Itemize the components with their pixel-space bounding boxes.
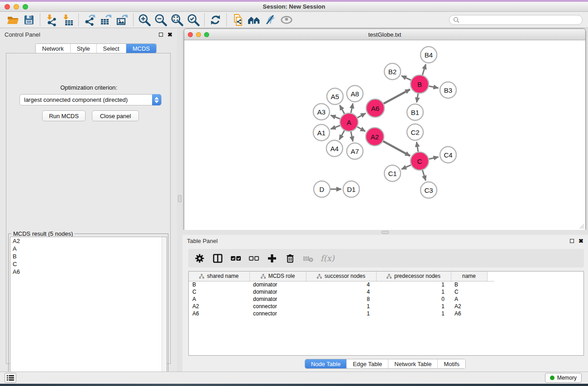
zoom-out-icon[interactable] — [153, 13, 169, 27]
result-item[interactable]: A2 — [10, 237, 167, 245]
network-window-titlebar[interactable]: testGlobe.txt — [184, 29, 585, 40]
cell-predecessor-nodes[interactable]: 0 — [376, 295, 451, 303]
cell-shared-name[interactable]: C — [189, 288, 249, 295]
cell-successor-nodes[interactable]: 4 — [306, 281, 376, 288]
cell-MCDS-role[interactable]: connector — [249, 310, 306, 317]
cell-MCDS-role[interactable]: connector — [249, 303, 306, 310]
column-header-successor-nodes[interactable]: successor nodes — [306, 272, 376, 281]
network-canvas[interactable]: B4B2BB3A8A5A6B1A3AC2A1A2A4A7C4CC1C3DD1 — [184, 40, 585, 230]
tab-motifs[interactable]: Motifs — [438, 359, 465, 368]
cell-predecessor-nodes[interactable]: 1 — [376, 281, 451, 288]
export-network-icon[interactable] — [81, 13, 98, 27]
export-image-icon[interactable] — [114, 13, 130, 27]
edge-B-B2[interactable] — [402, 76, 411, 80]
cell-name[interactable]: C — [451, 288, 487, 295]
edge-A-A5[interactable] — [340, 105, 344, 114]
result-item[interactable]: A — [10, 245, 167, 253]
cell-name[interactable]: A6 — [451, 310, 487, 317]
run-mcds-button[interactable]: Run MCDS — [42, 110, 86, 121]
table-row[interactable]: Adominator80A — [189, 295, 494, 303]
cell-successor-nodes[interactable]: 1 — [306, 310, 376, 317]
cell-shared-name[interactable]: A2 — [189, 303, 249, 310]
cell-predecessor-nodes[interactable]: 1 — [376, 288, 451, 295]
edge-A-A3[interactable] — [331, 115, 340, 119]
table-row[interactable]: Cdominator41C — [189, 288, 494, 295]
result-scrollbar[interactable] — [162, 237, 167, 386]
cell-MCDS-role[interactable]: dominator — [249, 295, 306, 303]
edge-C-C1[interactable] — [402, 165, 411, 169]
horizontal-splitter[interactable] — [182, 230, 588, 235]
edge-B-B4[interactable] — [422, 64, 425, 75]
memory-button[interactable]: Memory — [545, 373, 582, 383]
result-item[interactable]: B — [10, 253, 167, 260]
zoom-selected-icon[interactable] — [185, 13, 201, 27]
column-header-MCDS-role[interactable]: MCDS role — [249, 272, 306, 281]
delete-columns-icon[interactable] — [284, 253, 296, 264]
close-panel-icon[interactable]: ✖ — [578, 239, 583, 243]
open-file-icon[interactable] — [5, 13, 21, 27]
edge-A-A1[interactable] — [331, 125, 340, 129]
cell-MCDS-role[interactable]: dominator — [249, 281, 306, 288]
unselect-all-columns-icon[interactable] — [248, 253, 260, 264]
cell-MCDS-role[interactable]: dominator — [249, 288, 306, 295]
tab-mcds[interactable]: MCDS — [126, 44, 156, 53]
cell-shared-name[interactable]: A — [189, 295, 249, 303]
node-table[interactable]: shared nameMCDS rolesuccessor nodesprede… — [188, 271, 584, 356]
vertical-splitter[interactable] — [177, 29, 182, 372]
cell-predecessor-nodes[interactable]: 1 — [376, 303, 451, 310]
tab-network[interactable]: Network — [36, 44, 71, 53]
resize-grip-icon[interactable] — [579, 224, 584, 229]
duplicate-network-icon[interactable] — [229, 13, 246, 27]
hide-graphics-details-icon[interactable] — [262, 13, 278, 27]
import-table-icon[interactable] — [59, 13, 76, 27]
delete-table-icon[interactable] — [302, 253, 314, 264]
function-builder-icon[interactable]: f(x) — [320, 253, 335, 263]
edge-A-A6[interactable] — [358, 113, 366, 118]
edge-A-A8[interactable] — [351, 104, 353, 113]
cell-name[interactable]: A — [451, 295, 487, 303]
show-columns-icon[interactable] — [212, 253, 224, 264]
network-graph[interactable]: B4B2BB3A8A5A6B1A3AC2A1A2A4A7C4CC1C3DD1 — [184, 40, 585, 230]
search-box[interactable] — [449, 15, 583, 25]
column-header-name[interactable]: name — [451, 272, 487, 281]
first-neighbors-icon[interactable] — [246, 13, 262, 27]
save-session-icon[interactable] — [21, 13, 37, 27]
birds-eye-view-icon[interactable] — [278, 13, 295, 27]
splitter-handle[interactable] — [178, 195, 182, 202]
tab-style[interactable]: Style — [71, 44, 97, 53]
edge-A-A2[interactable] — [357, 127, 365, 131]
edge-A-A7[interactable] — [351, 132, 353, 142]
splitter-handle[interactable] — [382, 231, 389, 234]
add-column-icon[interactable] — [266, 253, 278, 264]
cell-name[interactable]: A2 — [451, 303, 487, 310]
column-header-shared-name[interactable]: shared name — [189, 272, 249, 281]
search-input[interactable] — [459, 17, 582, 23]
import-network-icon[interactable] — [43, 13, 59, 27]
edge-C-C2[interactable] — [416, 142, 418, 152]
edge-C-C4[interactable] — [429, 157, 438, 159]
edge-A6-B[interactable] — [383, 89, 410, 104]
zoom-in-icon[interactable] — [136, 13, 153, 27]
cell-successor-nodes[interactable]: 4 — [306, 288, 376, 295]
edge-A2-C[interactable] — [383, 141, 410, 156]
edge-B-B3[interactable] — [429, 86, 439, 88]
cell-predecessor-nodes[interactable]: 1 — [376, 310, 451, 317]
tab-network-table[interactable]: Network Table — [388, 359, 438, 368]
table-row[interactable]: A2connector11A2 — [189, 303, 494, 310]
cell-shared-name[interactable]: B — [189, 281, 249, 288]
edge-B-B1[interactable] — [417, 94, 418, 103]
table-row[interactable]: A6connector11A6 — [189, 310, 494, 317]
cell-name[interactable]: B — [451, 281, 487, 288]
export-table-icon[interactable] — [98, 13, 114, 27]
cell-successor-nodes[interactable]: 8 — [306, 295, 376, 303]
cell-shared-name[interactable]: A6 — [189, 310, 249, 317]
edge-A-A4[interactable] — [339, 130, 344, 139]
close-panel-icon[interactable]: ✖ — [167, 33, 172, 37]
apply-layout-icon[interactable] — [207, 13, 224, 27]
column-header-predecessor-nodes[interactable]: predecessor nodes — [376, 272, 451, 281]
result-item[interactable]: C — [10, 260, 167, 268]
task-history-button[interactable] — [5, 373, 16, 383]
edge-C-C3[interactable] — [422, 170, 425, 181]
result-item[interactable]: A6 — [10, 268, 167, 276]
table-options-gear-icon[interactable] — [194, 253, 206, 264]
